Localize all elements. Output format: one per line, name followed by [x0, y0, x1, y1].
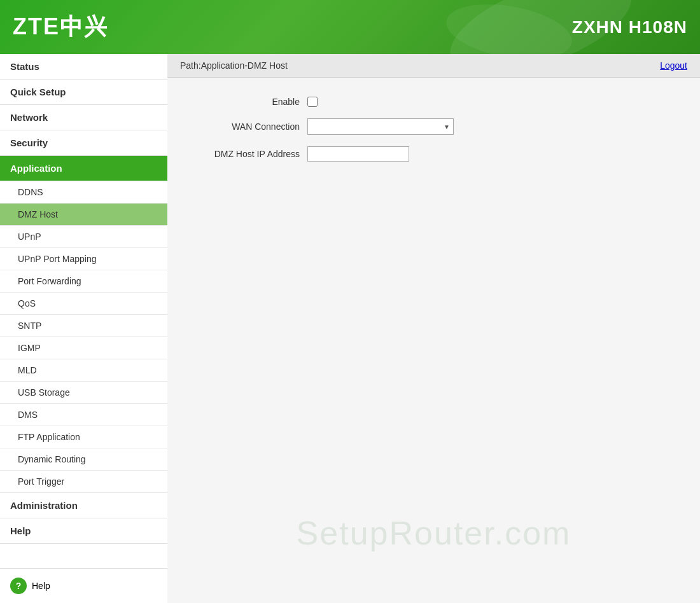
- help-footer-label: Help: [32, 581, 50, 591]
- enable-row: Enable: [193, 97, 675, 107]
- sidebar-subitem-ftp-application[interactable]: FTP Application: [0, 426, 167, 448]
- dmz-ip-input[interactable]: [307, 146, 409, 162]
- sidebar-item-quick-setup[interactable]: Quick Setup: [0, 80, 167, 105]
- sidebar-subitem-upnp[interactable]: UPnP: [0, 226, 167, 248]
- dmz-ip-row: DMZ Host IP Address: [193, 146, 675, 162]
- sidebar-item-administration[interactable]: Administration: [0, 493, 167, 518]
- sidebar-subitem-dmz-host[interactable]: DMZ Host: [0, 204, 167, 226]
- main-layout: Status Quick Setup Network Security Appl…: [0, 54, 700, 603]
- wan-connection-select-wrapper: [307, 118, 454, 135]
- wan-connection-select[interactable]: [307, 118, 454, 135]
- watermark: SetupRouter.com: [297, 514, 571, 552]
- sidebar-subitem-usb-storage[interactable]: USB Storage: [0, 382, 167, 404]
- sidebar-subitem-ddns[interactable]: DDNS: [0, 181, 167, 204]
- help-circle-icon: ?: [10, 578, 27, 594]
- sidebar-item-help[interactable]: Help: [0, 518, 167, 544]
- logout-link[interactable]: Logout: [660, 60, 687, 71]
- sidebar-subitem-qos[interactable]: QoS: [0, 293, 167, 315]
- sidebar-subitem-dms[interactable]: DMS: [0, 404, 167, 426]
- sidebar-subitem-sntp[interactable]: SNTP: [0, 315, 167, 337]
- content-area: Enable WAN Connection DMZ Host IP Addres…: [167, 78, 700, 603]
- sidebar-subitem-upnp-port-mapping[interactable]: UPnP Port Mapping: [0, 248, 167, 270]
- sidebar-help-footer[interactable]: ? Help: [0, 568, 167, 603]
- sidebar-item-security[interactable]: Security: [0, 130, 167, 156]
- sidebar-item-status[interactable]: Status: [0, 54, 167, 80]
- device-name: ZXHN H108N: [572, 17, 687, 38]
- sidebar: Status Quick Setup Network Security Appl…: [0, 54, 167, 603]
- breadcrumb-bar: Path:Application-DMZ Host Logout: [167, 54, 700, 78]
- wan-connection-row: WAN Connection: [193, 118, 675, 135]
- sidebar-scroll: Status Quick Setup Network Security Appl…: [0, 54, 167, 603]
- sidebar-subitem-port-trigger[interactable]: Port Trigger: [0, 471, 167, 493]
- sidebar-subitem-dynamic-routing[interactable]: Dynamic Routing: [0, 448, 167, 471]
- sidebar-subitem-igmp[interactable]: IGMP: [0, 337, 167, 359]
- sidebar-item-network[interactable]: Network: [0, 105, 167, 130]
- dmz-ip-label: DMZ Host IP Address: [193, 149, 307, 159]
- main-content: Path:Application-DMZ Host Logout Enable …: [167, 54, 700, 603]
- enable-label: Enable: [193, 97, 307, 107]
- sidebar-subitem-mld[interactable]: MLD: [0, 359, 167, 382]
- sidebar-subitem-port-forwarding[interactable]: Port Forwarding: [0, 270, 167, 293]
- breadcrumb: Path:Application-DMZ Host: [180, 60, 288, 71]
- enable-checkbox[interactable]: [307, 97, 318, 107]
- sidebar-item-application[interactable]: Application: [0, 156, 167, 181]
- header: ZTE中兴 ZXHN H108N: [0, 0, 700, 54]
- logo: ZTE中兴: [13, 11, 108, 43]
- wan-connection-label: WAN Connection: [193, 121, 307, 132]
